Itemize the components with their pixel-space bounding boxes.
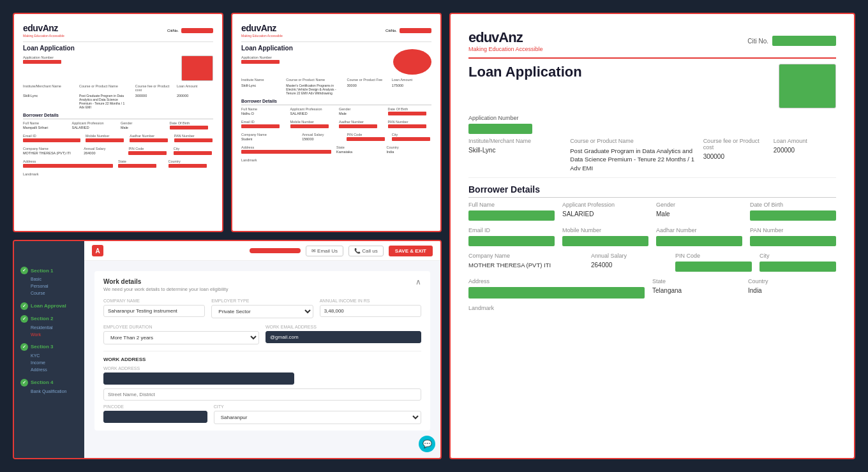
logo-area-large: eduvAnz Making Education Accessible Citi… <box>468 29 836 52</box>
citi-label-tm: CitiNo. <box>385 29 397 33</box>
aadhar-field-tl <box>130 138 168 142</box>
pin-field-tl <box>128 151 167 155</box>
nav-loan-approval-label: Loan Approval <box>31 303 66 309</box>
chatbot-btn[interactable]: 💬 <box>419 436 435 452</box>
employer-type-group: EMPLOYER TYPE Private Sector <box>211 299 313 318</box>
pin-green-lg <box>675 262 752 272</box>
work-row-1: COMPANY NAME EMPLOYER TYPE Private Secto… <box>103 299 421 318</box>
progress-bar <box>250 248 301 253</box>
pan-green-lg <box>750 236 836 246</box>
th-course-tl: Course or Product Name <box>79 84 130 88</box>
row-institute-tl: Skill-Lync <box>23 94 74 98</box>
fn-val-tm: Nidhu D <box>241 112 285 115</box>
employee-duration-group: EMPLOYEE DURATION More Than 2 years <box>103 325 259 344</box>
tagline-top-left: Making Education Accessible <box>23 34 64 38</box>
fn-val-tl: Mampalli Srihari <box>23 126 67 129</box>
gender-val-tm: Male <box>339 112 383 115</box>
nav-sub-course[interactable]: Course <box>31 290 78 297</box>
bottom-left-panel: ✓ Section 1 Basic Personal Course ✓ Loan… <box>13 240 442 459</box>
nav-sub-income[interactable]: Income <box>31 359 78 366</box>
row-loan-tm: 175000 <box>392 84 431 87</box>
nav-sub-residential[interactable]: Residential <box>31 324 78 331</box>
logo-top-left: eduvAnz <box>23 23 64 33</box>
row-course-tl: Post Graduate Program in Data Analytics … <box>79 94 130 109</box>
save-exit-btn[interactable]: SAVE & EXIT <box>389 246 433 256</box>
logo-area-tm: eduvAnz Making Education Accessible Citi… <box>241 23 431 38</box>
city-green-lg <box>760 262 836 272</box>
pan-label-tl: PAN Number <box>174 134 213 138</box>
email-label-tl: Email ID <box>23 134 80 138</box>
th-course-lg: Course or Product Name <box>570 138 695 144</box>
aadhar-label-tl: Aadhar Number <box>130 134 168 138</box>
street-input[interactable] <box>103 388 421 401</box>
nav-sub-personal[interactable]: Personal <box>31 283 78 290</box>
employer-type-label: EMPLOYER TYPE <box>211 299 313 303</box>
nav-sub-kyc[interactable]: KYC <box>31 352 78 359</box>
salary-val-lg: 264000 <box>591 262 668 269</box>
email-field-tm <box>241 124 280 128</box>
salary-label-lg: Annual Salary <box>591 253 668 259</box>
logo-tm: eduvAnz <box>241 23 283 33</box>
addr-label-tl: Address <box>23 159 113 163</box>
th-institute-tm: Institute Name <box>241 78 281 82</box>
email-green-lg <box>468 236 555 246</box>
work-details-panel: Work details ∧ We need your work details… <box>94 271 430 431</box>
app-num-label-tl: Application Number <box>23 55 61 59</box>
form-header: A ✉ Email Us 📞 Call us SAVE & EXIT <box>84 241 440 261</box>
collapse-icon[interactable]: ∧ <box>415 277 421 286</box>
prof-label-tm: Applicant Profession <box>290 107 334 111</box>
main-form-area: A ✉ Email Us 📞 Call us SAVE & EXIT <box>84 241 440 458</box>
nav-sub-address[interactable]: Address <box>31 366 78 373</box>
th-fee-tl: Course fee or Product cost <box>135 84 172 92</box>
citi-bar-large <box>772 36 836 46</box>
work-title: Work details <box>103 278 141 285</box>
call-btn[interactable]: 📞 Call us <box>348 246 384 256</box>
gender-label-tm: Gender <box>339 107 383 111</box>
nav-section2[interactable]: ✓ Section 2 Residential Work <box>20 315 78 338</box>
city-select[interactable]: Saharanpur <box>214 411 421 424</box>
addr-label-lg: Address <box>468 278 645 284</box>
bottom-panel-inner: ✓ Section 1 Basic Personal Course ✓ Loan… <box>14 241 440 458</box>
tagline-tm: Making Education Accessible <box>241 34 283 38</box>
borrower-title-tm: Borrower Details <box>241 99 431 105</box>
nav-section3[interactable]: ✓ Section 3 KYC Income Address <box>20 343 78 374</box>
pincode-input[interactable] <box>103 411 207 423</box>
app-num-label-tm: Application Number <box>241 55 280 59</box>
nav-sub-bank[interactable]: Bank Qualification <box>31 388 78 395</box>
mobile-label-lg: Mobile Number <box>562 227 648 233</box>
row-fee-tm: 30000 <box>347 84 386 87</box>
nav-loan-approval[interactable]: ✓ Loan Approval <box>20 302 78 310</box>
work-address-input[interactable] <box>103 372 294 385</box>
prof-val-tl: SALARIED <box>72 126 116 129</box>
city-label-lg: City <box>760 253 836 259</box>
city-field-tl <box>174 151 212 155</box>
employee-duration-select[interactable]: More Than 2 years <box>103 331 259 344</box>
salary-label-tl: Annual Salary <box>84 147 123 151</box>
annual-income-input[interactable] <box>320 305 421 317</box>
aadhar-field-tm <box>339 124 377 128</box>
dob-green-lg <box>750 210 836 221</box>
nav-section4-label: Section 4 <box>31 380 54 385</box>
company-label-tl: Company Name <box>23 147 79 151</box>
nav-sub-work[interactable]: Work <box>31 331 78 338</box>
aadhar-green-lg <box>656 236 742 246</box>
prof-label-tl: Applicant Profession <box>72 121 116 125</box>
company-name-input[interactable] <box>103 305 205 317</box>
company-name-group: COMPANY NAME <box>103 299 205 318</box>
top-middle-panel: eduvAnz Making Education Accessible Citi… <box>231 13 442 232</box>
nav-section1[interactable]: ✓ Section 1 Basic Personal Course <box>20 267 78 297</box>
logo-large: eduvAnz <box>468 29 543 46</box>
mobile-field-tm <box>290 124 329 128</box>
photo-box-large <box>779 64 836 108</box>
email-btn[interactable]: ✉ Email Us <box>306 246 343 256</box>
gender-label-lg: Gender <box>656 202 742 208</box>
work-email-input[interactable] <box>266 331 421 343</box>
employer-type-select[interactable]: Private Sector <box>211 305 313 318</box>
work-address-group: WORK ADDRESS <box>103 366 421 385</box>
nav-sub-basic[interactable]: Basic <box>31 276 78 283</box>
loan-title-top-left: Loan Application <box>23 45 213 52</box>
check-section4: ✓ <box>20 379 28 387</box>
th-loan-lg: Loan Amount <box>774 138 836 144</box>
nav-section4[interactable]: ✓ Section 4 Bank Qualification <box>20 379 78 395</box>
gender-val-lg: Male <box>656 210 742 218</box>
